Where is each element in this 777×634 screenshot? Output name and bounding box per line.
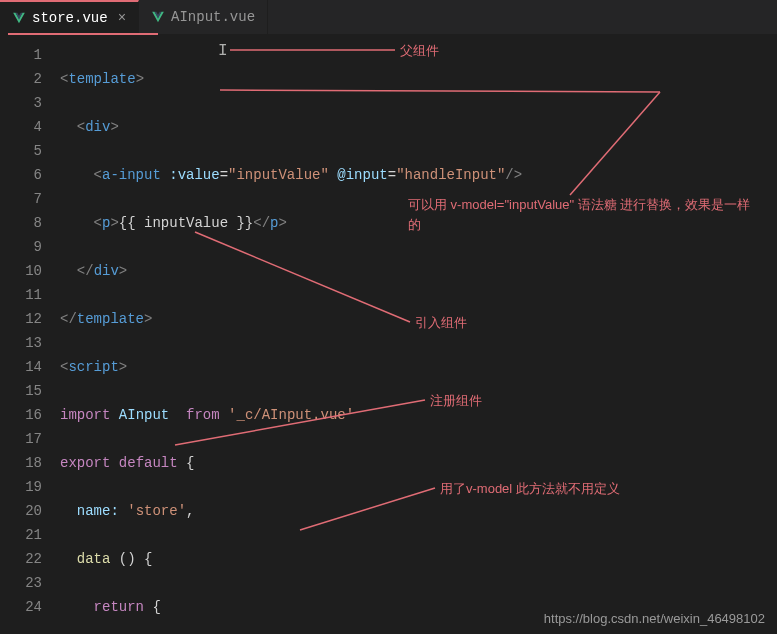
- tab-label: AInput.vue: [171, 9, 255, 25]
- tab-bar: store.vue × AInput.vue: [0, 0, 777, 35]
- vue-icon: [151, 10, 165, 24]
- line-gutter: 123456789101112131415161718192021222324: [0, 35, 60, 634]
- tab-store-vue[interactable]: store.vue ×: [0, 0, 139, 34]
- close-icon[interactable]: ×: [118, 10, 126, 26]
- code-editor[interactable]: 123456789101112131415161718192021222324 …: [0, 35, 777, 634]
- tab-label: store.vue: [32, 10, 108, 26]
- code-content[interactable]: <template> <div> <a-input :value="inputV…: [60, 35, 522, 634]
- watermark: https://blog.csdn.net/weixin_46498102: [544, 611, 765, 626]
- tab-ainput-vue[interactable]: AInput.vue: [139, 0, 268, 34]
- text-cursor-icon: I: [218, 42, 228, 60]
- vue-icon: [12, 11, 26, 25]
